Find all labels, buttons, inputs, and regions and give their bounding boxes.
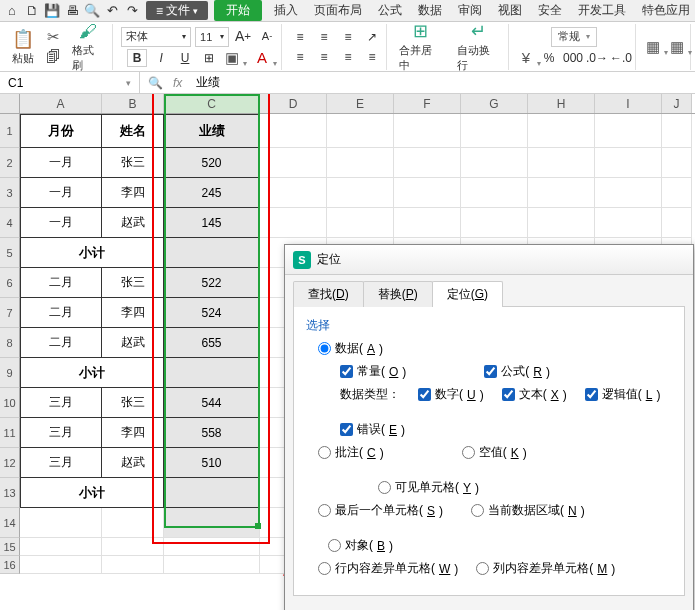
check-text[interactable]: 文本(X) xyxy=(502,386,567,403)
cell[interactable]: 558 xyxy=(164,418,260,448)
row-header[interactable]: 5 xyxy=(0,238,20,268)
row-header[interactable]: 15 xyxy=(0,538,20,556)
tab-replace[interactable]: 替换(P) xyxy=(363,281,433,307)
cell[interactable] xyxy=(461,178,528,208)
radio-row-diff[interactable]: 行内容差异单元格(W) xyxy=(318,560,458,577)
undo-icon[interactable]: ↶ xyxy=(104,3,120,19)
cell[interactable] xyxy=(164,508,260,538)
tab-find[interactable]: 查找(D) xyxy=(293,281,364,307)
tab-layout[interactable]: 页面布局 xyxy=(314,2,362,19)
cell[interactable] xyxy=(102,538,164,556)
cell[interactable]: 三月 xyxy=(20,388,102,418)
cell[interactable]: 一月 xyxy=(20,148,102,178)
cell[interactable]: 二月 xyxy=(20,298,102,328)
cell[interactable] xyxy=(164,238,260,268)
cell[interactable]: 小计 xyxy=(20,478,164,508)
cell[interactable]: 524 xyxy=(164,298,260,328)
radio-current-region[interactable]: 当前数据区域(N) xyxy=(471,502,585,519)
cell[interactable]: 张三 xyxy=(102,148,164,178)
row-header[interactable]: 8 xyxy=(0,328,20,358)
tab-view[interactable]: 视图 xyxy=(498,2,522,19)
cell[interactable] xyxy=(595,148,662,178)
font-size-select[interactable]: 11▾ xyxy=(195,27,229,47)
cell[interactable] xyxy=(327,114,394,148)
cell[interactable] xyxy=(260,114,327,148)
check-formula[interactable]: 公式(R) xyxy=(484,363,550,380)
cell[interactable] xyxy=(595,208,662,238)
auto-wrap-button[interactable]: ↵自动换行 xyxy=(453,18,504,75)
cell[interactable] xyxy=(20,508,102,538)
radio-object[interactable]: 对象(B) xyxy=(328,537,393,554)
cell[interactable] xyxy=(102,556,164,574)
col-header-a[interactable]: A xyxy=(20,94,102,113)
tab-security[interactable]: 安全 xyxy=(538,2,562,19)
percent-icon[interactable]: % xyxy=(539,49,559,67)
cell[interactable]: 522 xyxy=(164,268,260,298)
cell[interactable]: 一月 xyxy=(20,178,102,208)
cell[interactable] xyxy=(260,148,327,178)
col-header-f[interactable]: F xyxy=(394,94,461,113)
radio-col-diff[interactable]: 列内容差异单元格(M) xyxy=(476,560,615,577)
radio-data[interactable]: 数据(A) xyxy=(318,340,383,357)
align-right-icon[interactable]: ≡ xyxy=(338,48,358,66)
redo-icon[interactable]: ↷ xyxy=(124,3,140,19)
cell[interactable] xyxy=(595,178,662,208)
radio-last-cell[interactable]: 最后一个单元格(S) xyxy=(318,502,443,519)
bold-button[interactable]: B xyxy=(127,49,147,67)
cell[interactable]: 姓名 xyxy=(102,114,164,148)
preview-icon[interactable]: 🔍 xyxy=(84,3,100,19)
check-number[interactable]: 数字(U) xyxy=(418,386,484,403)
radio-comment[interactable]: 批注(C) xyxy=(318,444,384,461)
cell[interactable] xyxy=(662,208,692,238)
orient-icon[interactable]: ↗ xyxy=(362,28,382,46)
tab-start[interactable]: 开始 xyxy=(214,0,262,21)
table-style-icon[interactable]: ▦ xyxy=(668,38,686,56)
new-icon[interactable]: 🗋 xyxy=(24,3,40,19)
cell[interactable] xyxy=(164,358,260,388)
cut-icon[interactable]: ✂ xyxy=(44,28,62,46)
cell[interactable]: 张三 xyxy=(102,388,164,418)
font-name-select[interactable]: 宋体▾ xyxy=(121,27,191,47)
name-box[interactable]: C1▾ xyxy=(0,72,140,94)
col-header-h[interactable]: H xyxy=(528,94,595,113)
dec-decimal-icon[interactable]: ←.0 xyxy=(611,49,631,67)
find-icon[interactable]: 🔍 xyxy=(148,76,163,90)
col-header-g[interactable]: G xyxy=(461,94,528,113)
row-header[interactable]: 13 xyxy=(0,478,20,508)
col-header-c[interactable]: C xyxy=(164,94,260,113)
cell[interactable]: 510 xyxy=(164,448,260,478)
tab-review[interactable]: 审阅 xyxy=(458,2,482,19)
col-header-e[interactable]: E xyxy=(327,94,394,113)
cell[interactable] xyxy=(164,556,260,574)
col-header-b[interactable]: B xyxy=(102,94,164,113)
cell[interactable]: 655 xyxy=(164,328,260,358)
cell[interactable]: 李四 xyxy=(102,418,164,448)
cell[interactable]: 二月 xyxy=(20,328,102,358)
tab-insert[interactable]: 插入 xyxy=(274,2,298,19)
cell[interactable] xyxy=(327,148,394,178)
italic-button[interactable]: I xyxy=(151,49,171,67)
cell[interactable]: 小计 xyxy=(20,238,164,268)
align-mid-icon[interactable]: ≡ xyxy=(314,28,334,46)
underline-button[interactable]: U xyxy=(175,49,195,67)
cell[interactable] xyxy=(662,114,692,148)
row-header[interactable]: 4 xyxy=(0,208,20,238)
cell[interactable] xyxy=(327,178,394,208)
cell[interactable] xyxy=(394,208,461,238)
check-logic[interactable]: 逻辑值(L) xyxy=(585,386,661,403)
cond-format-icon[interactable]: ▦ xyxy=(644,38,662,56)
cell[interactable] xyxy=(164,538,260,556)
radio-blank[interactable]: 空值(K) xyxy=(462,444,527,461)
cell[interactable] xyxy=(528,148,595,178)
cell[interactable]: 李四 xyxy=(102,178,164,208)
save-icon[interactable]: 💾 xyxy=(44,3,60,19)
formula-input[interactable]: 业绩 xyxy=(190,74,695,91)
cell[interactable] xyxy=(102,508,164,538)
number-format-select[interactable]: 常规 xyxy=(551,27,597,47)
cell[interactable]: 小计 xyxy=(20,358,164,388)
increase-font-icon[interactable]: A+ xyxy=(233,27,253,45)
inc-decimal-icon[interactable]: .0→ xyxy=(587,49,607,67)
row-header[interactable]: 7 xyxy=(0,298,20,328)
cell[interactable]: 245 xyxy=(164,178,260,208)
col-header-i[interactable]: I xyxy=(595,94,662,113)
